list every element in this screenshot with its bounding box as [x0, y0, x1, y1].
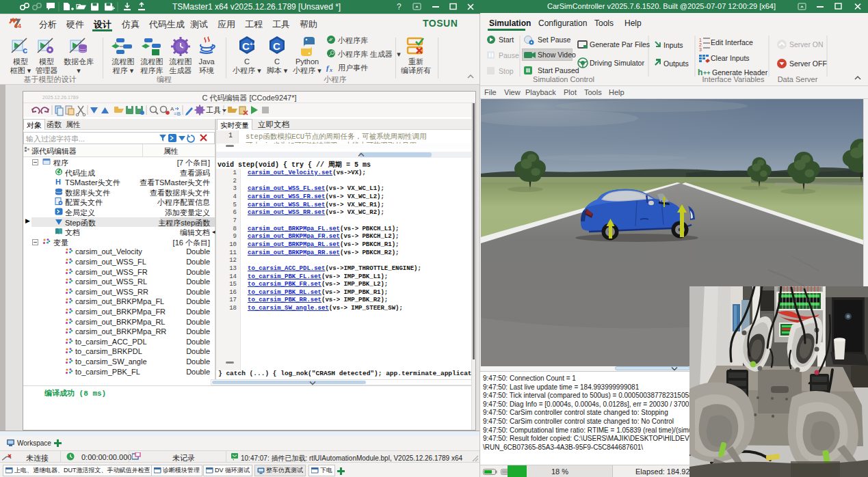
- svg-text:C: C: [242, 40, 250, 52]
- svg-text:H: H: [55, 178, 61, 185]
- svg-text:x: x: [329, 67, 332, 73]
- svg-text:?: ?: [397, 2, 402, 12]
- svg-text:64: 64: [14, 23, 21, 29]
- svg-text:1: 1: [699, 38, 702, 42]
- svg-text:c: c: [23, 45, 27, 55]
- svg-text:C: C: [273, 40, 280, 52]
- svg-text:2: 2: [699, 42, 702, 47]
- svg-text:3: 3: [699, 47, 702, 52]
- svg-text:=B: =B: [174, 111, 181, 117]
- svg-text:++: ++: [250, 41, 257, 47]
- svg-text:工具: 工具: [206, 106, 221, 114]
